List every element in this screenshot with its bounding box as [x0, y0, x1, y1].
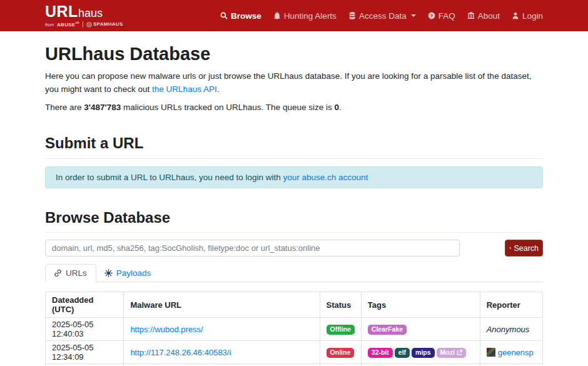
- tab-urls[interactable]: URLs: [45, 264, 96, 282]
- logo-haus-text: haus: [78, 8, 103, 19]
- search-button[interactable]: Search: [505, 240, 543, 257]
- queue-size-count: 0: [334, 103, 339, 112]
- navbar-menu: Browse Hunting Alerts Access Data ? FAQ …: [220, 11, 543, 21]
- cell-tags: 32-bitelfmipsMozi: [361, 341, 480, 364]
- cell-dateadded: 2025-05-05 12:40:03: [46, 318, 124, 341]
- navbar: URLhaus from ABUSEch SPAMHAUS Browse Hun…: [0, 0, 588, 31]
- nav-item-browse[interactable]: Browse: [220, 11, 261, 21]
- urlhaus-api-link[interactable]: the URLhaus API: [152, 84, 217, 94]
- nav-item-faq[interactable]: ? FAQ: [428, 11, 455, 21]
- search-icon: [220, 12, 228, 19]
- malicious-url-count: 3'487'783: [84, 103, 121, 112]
- virus-icon: [104, 269, 113, 277]
- header-status: Status: [320, 292, 361, 318]
- search-button-label: Search: [514, 244, 539, 253]
- page-title: URLhaus Database: [45, 44, 543, 64]
- search-icon: [509, 245, 511, 252]
- question-circle-icon: ?: [428, 12, 435, 19]
- tag-badge[interactable]: Mozi: [437, 348, 466, 358]
- divider: [45, 158, 543, 159]
- table-row: 2025-05-05 12:40:03https://wubod.press/O…: [46, 318, 543, 341]
- result-tabs: URLs Payloads: [45, 264, 543, 282]
- user-icon: [512, 12, 519, 19]
- malware-url-link[interactable]: https://wubod.press/: [130, 325, 203, 334]
- tag-badge[interactable]: mips: [412, 348, 435, 358]
- cell-status: Offline: [320, 318, 361, 341]
- status-badge: Online: [327, 348, 355, 358]
- cell-reporter: geenensp: [480, 341, 542, 364]
- nav-item-access-data[interactable]: Access Data: [348, 11, 416, 21]
- main-content: URLhaus Database Here you can propose ne…: [45, 44, 543, 366]
- header-malware-url: Malware URL: [124, 292, 320, 318]
- nav-item-login[interactable]: Login: [512, 11, 543, 21]
- intro-text-pre: Here you can propose new malware urls or…: [45, 71, 531, 94]
- cell-malware-url: https://wubod.press/: [124, 318, 320, 341]
- table-row: 2025-05-05 12:34:09http://117.248.26.46:…: [46, 341, 543, 364]
- intro-text-post: .: [217, 84, 220, 94]
- cell-reporter: Anonymous: [480, 318, 542, 341]
- tab-payloads-label: Payloads: [116, 268, 151, 278]
- logo-url-text: URL: [45, 4, 78, 19]
- nav-item-about[interactable]: About: [467, 11, 500, 21]
- logo-abusech-text: ABUSEch: [57, 21, 79, 28]
- bell-icon: [273, 12, 281, 19]
- header-dateadded: Dateadded (UTC): [46, 292, 124, 318]
- tab-urls-label: URLs: [66, 268, 87, 278]
- table-header-row: Dateadded (UTC) Malware URL Status Tags …: [46, 292, 543, 318]
- header-tags: Tags: [361, 292, 480, 318]
- login-required-alert: In order to submit a URL to URLhaus, you…: [45, 166, 543, 188]
- database-icon: [348, 12, 356, 19]
- stats-post: .: [339, 103, 342, 112]
- logo-from-text: from: [45, 23, 54, 27]
- reporter-anonymous: Anonymous: [487, 325, 530, 334]
- logo-spamhaus: SPAMHAUS: [86, 22, 123, 28]
- cell-tags: ClearFake: [361, 318, 480, 341]
- tab-payloads[interactable]: Payloads: [96, 264, 160, 282]
- logo-tagline: from ABUSEch SPAMHAUS: [45, 21, 123, 28]
- reporter-link[interactable]: geenensp: [498, 348, 534, 357]
- tag-badge[interactable]: elf: [395, 348, 410, 358]
- search-input[interactable]: [45, 240, 460, 257]
- stats-text: There are 3'487'783 malicious URLs track…: [45, 103, 543, 112]
- header-reporter: Reporter: [480, 292, 542, 318]
- cell-status: Online: [320, 341, 361, 364]
- chevron-down-icon: [411, 14, 416, 17]
- search-bar: Search: [45, 240, 543, 257]
- logo-wordmark: URLhaus: [45, 4, 123, 19]
- link-icon: [54, 269, 62, 277]
- submit-url-heading: Submit a URL: [45, 135, 543, 153]
- spamhaus-roundel-icon: [86, 22, 92, 28]
- browse-database-heading: Browse Database: [45, 209, 543, 227]
- nav-item-hunting-alerts[interactable]: Hunting Alerts: [273, 11, 337, 21]
- abusech-account-link[interactable]: your abuse.ch account: [283, 173, 368, 182]
- intro-text: Here you can propose new malware urls or…: [45, 70, 543, 96]
- tag-badge[interactable]: ClearFake: [368, 325, 407, 335]
- divider: [45, 232, 543, 233]
- url-table: Dateadded (UTC) Malware URL Status Tags …: [45, 292, 543, 366]
- logo-divider: [83, 21, 83, 28]
- cell-malware-url: http://117.248.26.46:40583/i: [124, 341, 320, 364]
- status-badge: Offline: [327, 325, 355, 335]
- cell-dateadded: 2025-05-05 12:34:09: [46, 341, 124, 364]
- malware-url-link[interactable]: http://117.248.26.46:40583/i: [130, 348, 231, 357]
- external-link-icon: [457, 350, 462, 355]
- landmark-icon: [467, 12, 475, 19]
- alert-text: In order to submit a URL to URLhaus, you…: [56, 173, 283, 182]
- urlhaus-logo[interactable]: URLhaus from ABUSEch SPAMHAUS: [45, 4, 123, 28]
- stats-pre: There are: [45, 103, 84, 112]
- svg-text:?: ?: [430, 13, 433, 19]
- url-table-body: 2025-05-05 12:40:03https://wubod.press/O…: [46, 318, 543, 366]
- stats-mid: malicious URLs tracked on URLhaus. The q…: [121, 103, 334, 112]
- tag-badge[interactable]: 32-bit: [368, 348, 393, 358]
- reporter-avatar: [487, 348, 495, 357]
